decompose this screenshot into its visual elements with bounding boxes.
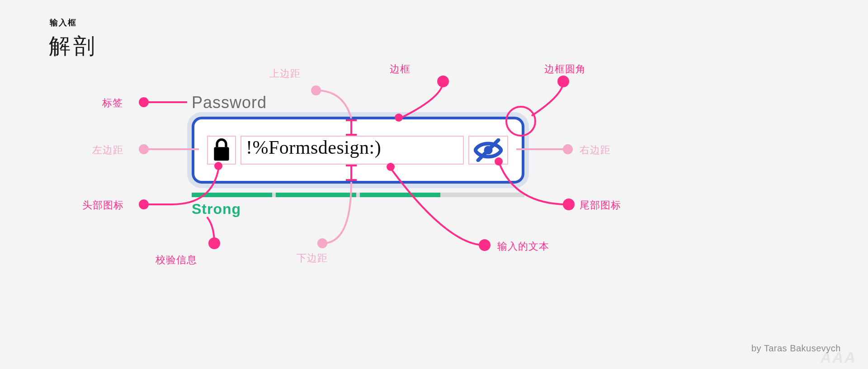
strength-bar-seg (360, 193, 440, 197)
callout-input-text: 输入的文本 (497, 240, 549, 253)
callout-dot (395, 114, 403, 122)
anatomy-diagram: 输入框 解剖 Password !%Formsdesign:) Strong (0, 0, 868, 369)
callout-dot (563, 199, 575, 210)
callout-border-radius: 边框圆角 (544, 62, 586, 76)
callout-dot (387, 163, 395, 171)
lock-icon (212, 137, 231, 163)
callout-border: 边框 (390, 62, 410, 76)
callout-dot (437, 76, 449, 87)
strength-bar-seg (192, 193, 272, 197)
bottom-padding-indicator (350, 165, 352, 181)
callout-dot (563, 144, 573, 154)
strength-label: Strong (192, 201, 241, 218)
top-padding-indicator (350, 119, 352, 136)
input-value: !%Formsdesign:) (246, 137, 381, 158)
border-radius-highlight (505, 106, 536, 137)
callout-leading-icon: 头部图标 (82, 199, 124, 212)
page-title: 解剖 (49, 32, 98, 61)
callout-dot (139, 144, 149, 154)
callout-left-padding: 左边距 (92, 143, 123, 157)
callout-validation: 校验信息 (156, 253, 197, 267)
callout-top-padding: 上边距 (269, 67, 301, 80)
watermark: AAA (820, 349, 856, 366)
callout-bottom-padding: 下边距 (297, 251, 328, 265)
callout-dot (479, 239, 491, 251)
callout-dot (311, 85, 321, 95)
svg-rect-0 (214, 147, 229, 161)
callout-label: 标签 (102, 96, 123, 110)
kicker: 输入框 (50, 17, 77, 28)
callout-dot (139, 199, 149, 209)
callout-dot (208, 237, 220, 249)
callout-dot (214, 162, 222, 170)
callout-right-padding: 右边距 (580, 143, 611, 157)
callout-dot (139, 97, 149, 107)
callout-trailing-icon: 尾部图标 (580, 199, 621, 212)
strength-bar-seg (276, 193, 356, 197)
connectors (0, 0, 868, 369)
field-label: Password (192, 93, 267, 112)
callout-dot (557, 76, 569, 87)
callout-dot (317, 238, 327, 248)
callout-dot (495, 157, 503, 166)
